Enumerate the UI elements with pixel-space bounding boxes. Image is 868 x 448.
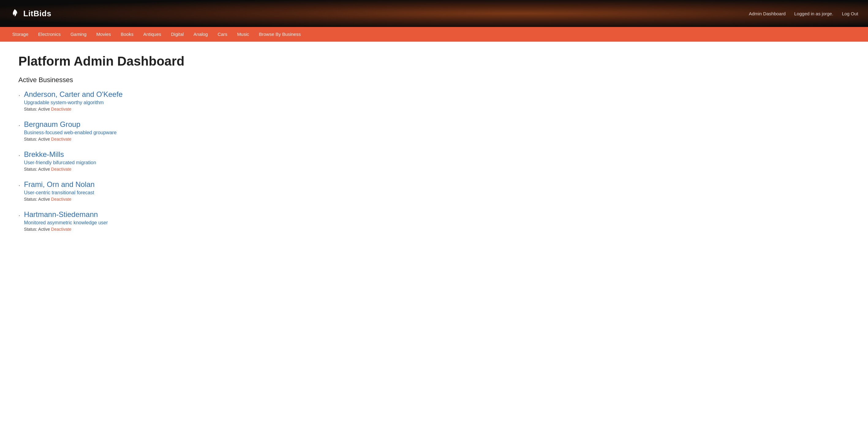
page-title: Platform Admin Dashboard [19,54,349,69]
main-navbar: Storage Electronics Gaming Movies Books … [0,27,868,42]
bullet-icon: · [19,181,20,190]
business-info: Anderson, Carter and O'Keefe Upgradable … [24,90,123,112]
business-tagline: Upgradable system-worthy algorithm [24,100,123,106]
deactivate-button[interactable]: Deactivate [51,197,71,202]
business-name-link[interactable]: Frami, Orn and Nolan [24,180,95,189]
deactivate-button[interactable]: Deactivate [51,107,71,112]
bullet-icon: · [19,121,20,130]
admin-dashboard-link[interactable]: Admin Dashboard [749,11,785,16]
bullet-icon: · [19,211,20,220]
header-nav: Admin Dashboard Logged in as jorge. Log … [749,11,858,16]
business-tagline: Monitored asymmetric knowledge user [24,220,108,226]
nav-music[interactable]: Music [232,27,254,42]
logged-in-label: Logged in as jorge. [794,11,833,16]
main-content: Platform Admin Dashboard Active Business… [0,42,368,252]
nav-books[interactable]: Books [116,27,138,42]
business-tagline: User-centric transitional forecast [24,190,95,196]
business-tagline: Business-focused web-enabled groupware [24,130,116,136]
business-name-link[interactable]: Brekke-Mills [24,150,96,159]
business-name-link[interactable]: Hartmann-Stiedemann [24,210,108,219]
deactivate-button[interactable]: Deactivate [51,227,71,232]
business-list: · Anderson, Carter and O'Keefe Upgradabl… [19,90,349,232]
business-item: · Hartmann-Stiedemann Monitored asymmetr… [19,210,349,232]
nav-digital[interactable]: Digital [166,27,189,42]
business-status: Status: Active Deactivate [24,167,96,172]
business-tagline: User-friendly bifurcated migration [24,160,96,166]
nav-gaming[interactable]: Gaming [66,27,92,42]
business-item: · Bergnaum Group Business-focused web-en… [19,120,349,142]
business-info: Hartmann-Stiedemann Monitored asymmetric… [24,210,108,232]
business-name-link[interactable]: Bergnaum Group [24,120,116,129]
deactivate-button[interactable]: Deactivate [51,167,71,172]
site-header: LitBids Admin Dashboard Logged in as jor… [0,0,868,27]
nav-electronics[interactable]: Electronics [33,27,66,42]
nav-cars[interactable]: Cars [213,27,232,42]
logout-link[interactable]: Log Out [842,11,858,16]
flame-icon [10,8,20,19]
deactivate-button[interactable]: Deactivate [51,137,71,142]
business-info: Frami, Orn and Nolan User-centric transi… [24,180,95,202]
business-status: Status: Active Deactivate [24,137,116,142]
nav-storage[interactable]: Storage [7,27,33,42]
business-status: Status: Active Deactivate [24,107,123,112]
business-status: Status: Active Deactivate [24,197,95,202]
business-info: Bergnaum Group Business-focused web-enab… [24,120,116,142]
business-item: · Brekke-Mills User-friendly bifurcated … [19,150,349,172]
site-logo[interactable]: LitBids [10,8,52,19]
header-background [0,0,868,27]
nav-analog[interactable]: Analog [189,27,213,42]
business-item: · Frami, Orn and Nolan User-centric tran… [19,180,349,202]
section-title: Active Businesses [19,76,349,84]
nav-browse-by-business[interactable]: Browse By Business [254,27,306,42]
nav-antiques[interactable]: Antiques [138,27,166,42]
business-item: · Anderson, Carter and O'Keefe Upgradabl… [19,90,349,112]
business-name-link[interactable]: Anderson, Carter and O'Keefe [24,90,123,99]
bullet-icon: · [19,151,20,160]
nav-movies[interactable]: Movies [91,27,116,42]
business-info: Brekke-Mills User-friendly bifurcated mi… [24,150,96,172]
business-status: Status: Active Deactivate [24,227,108,232]
bullet-icon: · [19,91,20,100]
